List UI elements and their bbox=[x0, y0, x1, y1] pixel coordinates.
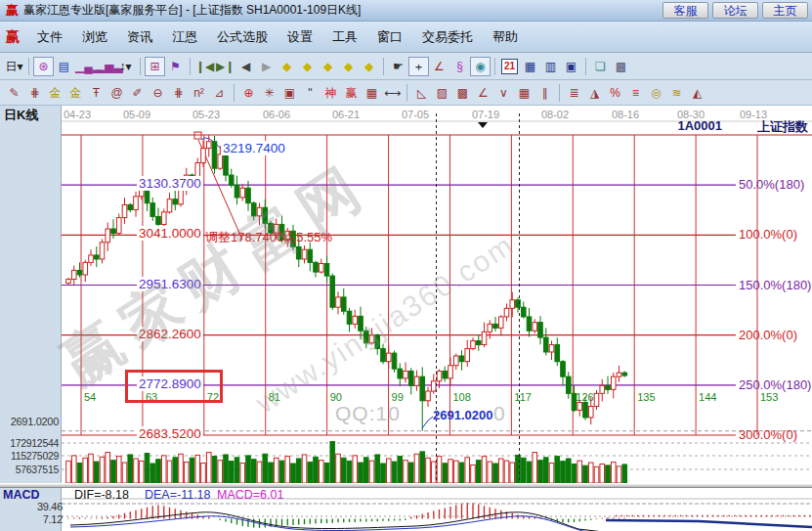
brain-icon[interactable]: ◉ bbox=[470, 57, 491, 76]
next-bar-icon[interactable]: ▶ bbox=[256, 57, 277, 76]
spiral-tool-icon[interactable]: @ bbox=[107, 83, 127, 103]
homepage-button[interactable]: 主页 bbox=[762, 2, 808, 19]
notes-icon[interactable]: ▥ bbox=[540, 57, 561, 76]
parallel-lines-icon[interactable]: ∥ bbox=[534, 83, 555, 103]
market-web-icon[interactable]: ⊛ bbox=[33, 57, 54, 76]
menu-help[interactable]: 帮助 bbox=[483, 25, 528, 49]
pencil-tool-icon[interactable]: ✎ bbox=[4, 83, 24, 103]
last-bar-icon[interactable]: ▶❙ bbox=[215, 57, 235, 76]
n-square-icon[interactable]: n² bbox=[189, 83, 209, 103]
comb-tool-icon[interactable]: ⋕ bbox=[24, 83, 45, 103]
brush-tool-icon[interactable]: ✐ bbox=[127, 83, 148, 103]
diamond-compress-icon[interactable]: ◆ bbox=[338, 57, 359, 76]
square-target-icon[interactable]: ▣ bbox=[279, 83, 300, 103]
chart-area: 54637281909910811712613514415304-2305-09… bbox=[0, 106, 812, 531]
menu-browse[interactable]: 浏览 bbox=[72, 25, 117, 49]
time-circle-icon[interactable]: ⊖ bbox=[148, 83, 168, 103]
percent-ladder-icon[interactable]: ≣ bbox=[564, 83, 584, 103]
candle-style-icon[interactable]: ↕▾ bbox=[115, 57, 136, 76]
volume-bars-3-icon[interactable]: ▁▄▂ bbox=[74, 57, 95, 76]
menu-bar: 赢 文件 浏览 资讯 江恩 公式选股 设置 工具 窗口 交易委托 帮助 bbox=[0, 22, 812, 53]
diamond-right-icon[interactable]: ◆ bbox=[297, 57, 318, 76]
app-logo-icon: 赢 bbox=[6, 2, 19, 20]
percent-icon[interactable]: % bbox=[605, 83, 625, 103]
toolbar-main: 日▾⊛▤▁▄▂▂▅▃↕▾⊞⚑❙◀▶❙◀▶◆◆◆◆◆☛＋∠§◉21▦▥▣❏▩ bbox=[0, 53, 812, 80]
child-window-icon: 赢 bbox=[6, 28, 20, 46]
forum-button[interactable]: 论坛 bbox=[712, 2, 758, 19]
f-comb-tool-icon[interactable]: Ŧ bbox=[86, 83, 107, 103]
grid-window-icon[interactable]: ▦ bbox=[362, 83, 382, 103]
gann-box-icon[interactable]: ▨ bbox=[432, 83, 452, 103]
volume-bars-9-icon[interactable]: ▂▅▃ bbox=[95, 57, 115, 76]
hand-tool-icon[interactable]: ☛ bbox=[388, 57, 408, 76]
prev-bar-icon[interactable]: ◀ bbox=[235, 57, 256, 76]
toolbar-separator bbox=[559, 84, 560, 102]
speed-flag-icon[interactable]: ⚑ bbox=[165, 57, 186, 76]
diamond-cross-icon[interactable]: ◆ bbox=[359, 57, 379, 76]
angle-line-icon[interactable]: ∠ bbox=[473, 83, 493, 103]
gann-pink-tool-icon[interactable]: § bbox=[449, 57, 470, 76]
gann-square-icon[interactable]: ▩ bbox=[452, 83, 473, 103]
snapshot-icon[interactable]: ❏ bbox=[590, 57, 611, 76]
toolbar-separator bbox=[28, 58, 29, 75]
target-tool-icon[interactable]: ⊕ bbox=[238, 83, 259, 103]
toolbar-separator bbox=[140, 58, 141, 75]
toolbar-separator bbox=[406, 84, 407, 102]
fan-lines-icon[interactable]: ◺ bbox=[411, 83, 432, 103]
grid-dense-icon[interactable]: ▦ bbox=[514, 83, 534, 103]
menu-gann[interactable]: 江恩 bbox=[162, 25, 207, 49]
diamond-expand-icon[interactable]: ◆ bbox=[318, 57, 338, 76]
title-bar: 赢 赢家江恩专业版[赢家服务平台] - [上证指数 SH1A0001-109日K… bbox=[0, 0, 812, 22]
customer-service-button[interactable]: 客服 bbox=[662, 2, 708, 19]
star-circle-icon[interactable]: ✳ bbox=[259, 83, 279, 103]
percent-line-icon[interactable]: ≡ bbox=[625, 83, 646, 103]
toolbar-separator bbox=[234, 84, 235, 102]
remote-icon[interactable]: ▩ bbox=[611, 57, 631, 76]
percent-triangle-icon[interactable]: ◮ bbox=[584, 83, 605, 103]
toolbar-separator bbox=[383, 58, 384, 75]
menu-news[interactable]: 资讯 bbox=[117, 25, 162, 49]
save-icon[interactable]: ▣ bbox=[561, 57, 581, 76]
toolbar-gann: ✎⋕金金Ŧ@✐⊖⋕n²⊿⊕✳▣ʺ神赢▦⟷◺▨▩∠∨▦∥≣◮%≡◎≋◭ bbox=[0, 80, 812, 106]
gold-line-icon[interactable]: ≋ bbox=[666, 83, 687, 103]
toolbar-separator bbox=[585, 58, 586, 75]
diamond-left-icon[interactable]: ◆ bbox=[277, 57, 297, 76]
kline-period-icon[interactable]: 日▾ bbox=[4, 57, 24, 76]
gold-ratio-icon[interactable]: 金 bbox=[65, 83, 86, 103]
width-measure-icon[interactable]: ⟷ bbox=[382, 83, 403, 103]
shen-grid-icon[interactable]: 神 bbox=[321, 83, 341, 103]
toolbar-separator bbox=[494, 58, 495, 75]
calendar-icon[interactable]: 21 bbox=[501, 59, 518, 74]
menu-trade[interactable]: 交易委托 bbox=[412, 25, 483, 49]
ying-grid-icon[interactable]: 赢 bbox=[341, 83, 362, 103]
menu-window[interactable]: 窗口 bbox=[367, 25, 412, 49]
gann-wheel-icon[interactable]: ⊞ bbox=[145, 57, 165, 76]
price-comb-icon[interactable]: ⋕ bbox=[168, 83, 189, 103]
report-icon[interactable]: ▤ bbox=[54, 57, 74, 76]
menu-formula-stock-pick[interactable]: 公式选股 bbox=[207, 25, 278, 49]
a-ruler-icon[interactable]: ◭ bbox=[687, 83, 707, 103]
gold-section-icon[interactable]: 金 bbox=[45, 83, 65, 103]
window-title: 赢家江恩专业版[赢家服务平台] - [上证指数 SH1A0001-109日K线] bbox=[23, 2, 361, 19]
menu-tools[interactable]: 工具 bbox=[322, 25, 367, 49]
k-quote-icon[interactable]: ʺ bbox=[300, 83, 321, 103]
v-line-icon[interactable]: ∨ bbox=[493, 83, 514, 103]
app-window: 赢 赢家江恩专业版[赢家服务平台] - [上证指数 SH1A0001-109日K… bbox=[0, 0, 812, 531]
ruler-tool-icon[interactable]: ⊿ bbox=[209, 83, 230, 103]
toolbar-separator bbox=[190, 58, 191, 75]
titlebar-buttons: 客服 论坛 主页 bbox=[659, 2, 808, 19]
angle-tool-icon[interactable]: ∠ bbox=[429, 57, 449, 76]
menu-settings[interactable]: 设置 bbox=[278, 25, 322, 49]
menu-file[interactable]: 文件 bbox=[27, 25, 72, 49]
gold-circle-icon[interactable]: ◎ bbox=[646, 83, 666, 103]
crosshair-icon[interactable]: ＋ bbox=[408, 57, 429, 76]
calculator-icon[interactable]: ▦ bbox=[520, 57, 540, 76]
kline-chart bbox=[0, 106, 812, 531]
first-bar-icon[interactable]: ❙◀ bbox=[194, 57, 215, 76]
